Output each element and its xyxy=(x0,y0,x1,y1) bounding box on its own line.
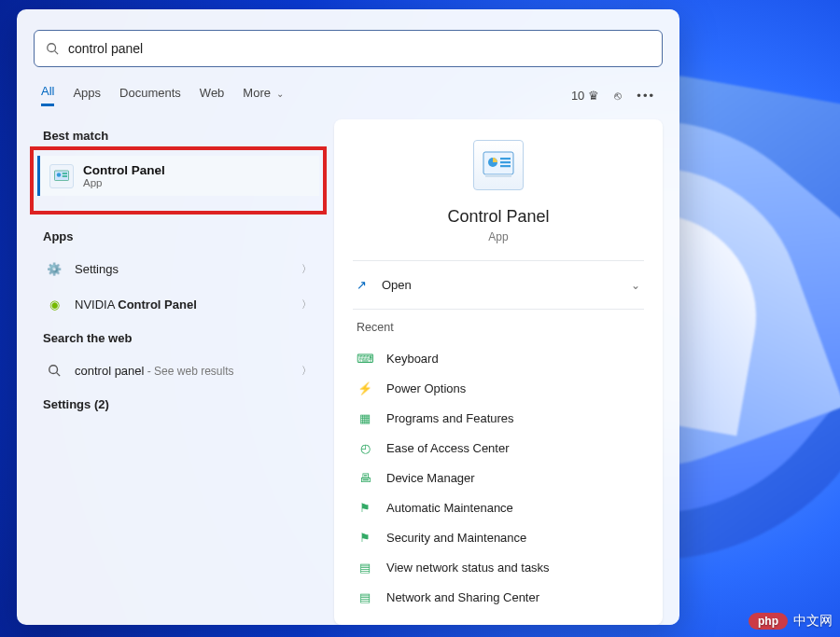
more-options-button[interactable]: ••• xyxy=(637,89,655,103)
control-panel-icon xyxy=(49,164,74,188)
search-box-container xyxy=(17,9,679,75)
recent-item[interactable]: ▤View network status and tasks xyxy=(353,552,644,582)
medal-icon: ♛ xyxy=(588,89,599,103)
best-match-subtitle: App xyxy=(83,177,165,188)
svg-point-6 xyxy=(49,366,58,374)
recent-item[interactable]: ▦Programs and Features xyxy=(353,403,644,433)
recent-item-label: Automatic Maintenance xyxy=(386,501,513,515)
recent-item-icon: ⌨ xyxy=(357,350,373,367)
rewards-count: 10 xyxy=(571,89,584,103)
tab-documents[interactable]: Documents xyxy=(119,86,181,105)
svg-rect-11 xyxy=(500,161,511,163)
best-match-highlight-box: Control Panel App xyxy=(30,146,327,215)
rewards-button[interactable]: 10 ♛ xyxy=(571,89,599,103)
chevron-down-icon: ⌄ xyxy=(276,89,284,99)
svg-rect-13 xyxy=(485,174,511,177)
recent-item-icon: ⚑ xyxy=(357,529,373,546)
search-web-header: Search the web xyxy=(34,322,323,353)
app-result-label: NVIDIA Control Panel xyxy=(75,298,290,312)
recent-item[interactable]: ⚡Power Options xyxy=(353,373,644,403)
svg-point-3 xyxy=(57,173,62,177)
recent-item[interactable]: 🖶Device Manager xyxy=(353,463,644,492)
chevron-right-icon: 〉 xyxy=(301,364,312,378)
tab-more[interactable]: More ⌄ xyxy=(243,86,283,105)
settings-icon: ⚙️ xyxy=(45,259,63,278)
chevron-right-icon: 〉 xyxy=(301,262,312,276)
app-result-label: Settings xyxy=(75,262,290,276)
svg-rect-4 xyxy=(63,173,67,174)
recent-item-icon: ▤ xyxy=(357,589,373,605)
svg-point-0 xyxy=(48,44,56,52)
web-query-text: control panel xyxy=(75,364,144,378)
search-filter-tabs: All Apps Documents Web More ⌄ 10 ♛ ⎋ ••• xyxy=(17,75,679,108)
best-match-result[interactable]: Control Panel App xyxy=(37,156,319,196)
recent-item-label: Security and Maintenance xyxy=(386,531,526,545)
search-icon xyxy=(45,361,63,380)
recent-item-label: Ease of Access Center xyxy=(386,441,510,455)
label-prefix: NVIDIA xyxy=(75,298,118,312)
settings-results-header: Settings (2) xyxy=(34,388,323,419)
recent-item-icon: ⚡ xyxy=(357,380,373,396)
recent-item-label: View network status and tasks xyxy=(386,561,550,575)
expand-actions-button[interactable]: ⌄ xyxy=(631,279,640,292)
best-match-title: Control Panel xyxy=(83,163,165,177)
preview-title: Control Panel xyxy=(447,207,549,227)
svg-line-1 xyxy=(55,51,59,55)
search-box[interactable] xyxy=(34,30,663,67)
recent-item-label: Power Options xyxy=(386,381,466,395)
recent-item-label: Programs and Features xyxy=(386,411,514,425)
svg-line-7 xyxy=(57,373,61,377)
recent-item-label: Network and Sharing Center xyxy=(386,590,539,604)
app-result-settings[interactable]: ⚙️ Settings 〉 xyxy=(34,251,323,286)
preview-app-icon xyxy=(473,140,524,190)
recent-header: Recent xyxy=(353,315,644,343)
tab-web[interactable]: Web xyxy=(200,86,225,105)
recent-item[interactable]: ⚑Security and Maintenance xyxy=(353,522,644,552)
chevron-right-icon: 〉 xyxy=(301,298,312,312)
search-input[interactable] xyxy=(68,41,651,56)
recent-item[interactable]: ▤Network and Sharing Center xyxy=(353,582,644,612)
tab-more-label: More xyxy=(243,86,271,100)
apps-header: Apps xyxy=(34,220,323,251)
watermark-badge: php xyxy=(749,613,788,630)
recent-item-icon: ◴ xyxy=(357,439,373,456)
web-result-label: control panel - See web results xyxy=(75,364,290,378)
start-search-panel: All Apps Documents Web More ⌄ 10 ♛ ⎋ •••… xyxy=(17,9,679,625)
nvidia-icon: ◉ xyxy=(45,295,63,313)
tab-apps[interactable]: Apps xyxy=(73,86,101,105)
recent-item-icon: ▤ xyxy=(357,559,373,575)
recent-item[interactable]: ◴Ease of Access Center xyxy=(353,433,644,463)
recent-item-icon: 🖶 xyxy=(357,469,373,486)
web-suffix-text: - See web results xyxy=(144,365,233,378)
web-result[interactable]: control panel - See web results 〉 xyxy=(34,353,323,388)
watermark-text: 中文网 xyxy=(793,613,833,630)
account-sync-icon[interactable]: ⎋ xyxy=(614,89,622,103)
watermark: php 中文网 xyxy=(749,613,833,630)
tab-all[interactable]: All xyxy=(41,84,54,106)
search-icon xyxy=(46,42,59,55)
recent-item-icon: ▦ xyxy=(357,409,373,426)
svg-rect-5 xyxy=(63,175,67,177)
preview-pane: Control Panel App ↗ Open ⌄ Recent ⌨Keybo… xyxy=(334,119,663,625)
app-result-nvidia[interactable]: ◉ NVIDIA Control Panel 〉 xyxy=(34,286,323,322)
recent-item-label: Device Manager xyxy=(386,471,475,485)
open-button[interactable]: Open xyxy=(382,278,412,292)
results-column: Best match Control Panel App xyxy=(34,119,323,625)
svg-rect-10 xyxy=(500,158,511,159)
recent-item-label: Keyboard xyxy=(386,352,439,366)
preview-subtitle: App xyxy=(488,230,508,243)
recent-item-icon: ⚑ xyxy=(357,499,373,516)
svg-rect-12 xyxy=(500,165,511,167)
recent-item[interactable]: ⌨Keyboard xyxy=(353,343,644,373)
recent-item[interactable]: ⚑Automatic Maintenance xyxy=(353,492,644,522)
label-bold: Control Panel xyxy=(118,298,197,312)
open-icon: ↗ xyxy=(357,278,367,292)
